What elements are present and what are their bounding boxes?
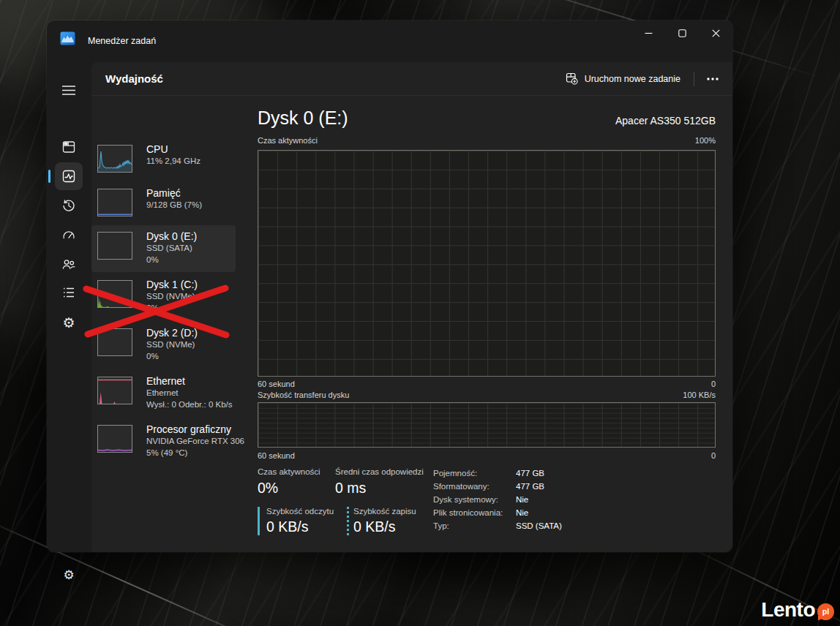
task-manager-logo-icon (60, 31, 75, 48)
write-speed-block: Szybkość zapisu 0 KB/s (347, 507, 805, 535)
perf-item-cpu[interactable]: CPU 11% 2,94 GHz (91, 138, 236, 179)
transfer-chart-ymax: 100 KB/s (683, 391, 716, 399)
activity-chart-label: Czas aktywności (258, 136, 318, 145)
transfer-chart-xright: 0 (711, 451, 716, 460)
activity-chart-xleft: 60 sekund (258, 380, 295, 388)
detail-value: SSD (SATA) (516, 519, 562, 532)
perf-item-title: Pamięć (146, 186, 245, 200)
perf-item-title: CPU (146, 143, 245, 156)
perf-item-subtitle: SSD (SATA) (146, 243, 245, 254)
disk0-mini-chart (97, 232, 132, 260)
sidebar-item-services[interactable]: ⚙ (55, 309, 83, 336)
memory-mini-chart (97, 189, 132, 216)
perf-item-gpu[interactable]: Procesor graficzny NVIDIA GeForce RTX 30… (91, 418, 236, 465)
sidebar-item-app-history[interactable] (55, 192, 83, 219)
ethernet-mini-chart (97, 377, 132, 404)
avg-response-value: 0 ms (335, 480, 424, 497)
perf-item-usage: Wysł.: 0 Odebr.: 0 Kb/s (146, 399, 245, 411)
disk-title: Dysk 0 (E:) (258, 108, 348, 129)
detail-row: Plik stronicowania: Nie (433, 506, 528, 519)
sidebar-item-performance[interactable] (55, 162, 83, 190)
detail-label: Sformatowany: (433, 480, 516, 493)
ellipsis-icon (707, 78, 719, 80)
perf-item-title: Dysk 2 (D:) (146, 326, 245, 339)
perf-item-subtitle: NVIDIA GeForce RTX 306 (146, 436, 245, 448)
perf-item-title: Dysk 1 (C:) (146, 278, 245, 291)
perf-item-usage: 0% (146, 303, 245, 314)
detail-label: Typ: (433, 519, 516, 532)
disk2-mini-chart (97, 328, 132, 356)
detail-row: Sformatowany: 477 GB (433, 480, 544, 493)
disk-device-name: Apacer AS350 512GB (615, 115, 716, 127)
gpu-mini-chart (97, 425, 132, 453)
perf-item-subtitle: SSD (NVMe) (146, 291, 245, 303)
header-divider (694, 72, 694, 86)
content-panel: Wydajność Uruchom nowe zadanie (91, 62, 732, 552)
detail-value: 477 GB (516, 480, 544, 493)
detail-value: Nie (516, 493, 528, 506)
lento-pl-badge: pl (817, 603, 834, 620)
write-speed-value: 0 KB/s (353, 518, 805, 535)
minimize-button[interactable] (631, 20, 665, 45)
disk-detail-panel: Dysk 0 (E:) Apacer AS350 512GB Czas akty… (258, 106, 716, 545)
transfer-chart-label: Szybkość transferu dysku (258, 391, 349, 399)
settings-button[interactable]: ⚙ (55, 561, 83, 589)
perf-item-title: Ethernet (146, 374, 245, 388)
close-button[interactable] (699, 20, 732, 45)
titlebar: Menedżer zadań (47, 20, 732, 61)
write-speed-label: Szybkość zapisu (353, 507, 805, 516)
perf-item-subtitle: SSD (NVMe) (146, 339, 245, 351)
lento-watermark: Lento pl (761, 598, 834, 622)
disk-activity-chart (258, 150, 716, 377)
sidebar-item-processes[interactable] (55, 133, 83, 161)
maximize-button[interactable] (665, 20, 699, 45)
more-options-button[interactable] (700, 69, 725, 88)
active-time-value: 0% (258, 480, 320, 497)
perf-item-disk0-selected[interactable]: Dysk 0 (E:) SSD (SATA) 0% (91, 225, 236, 272)
perf-item-usage: 0% (146, 254, 245, 266)
read-speed-block: Szybkość odczytu 0 KB/s (258, 507, 334, 535)
perf-item-disk1[interactable]: Dysk 1 (C:) SSD (NVMe) 0% (91, 274, 236, 320)
sidebar-item-details[interactable] (55, 279, 83, 306)
detail-value: 477 GB (516, 467, 544, 480)
new-task-icon (566, 72, 578, 85)
detail-row: Dysk systemowy: Nie (433, 493, 528, 506)
settings-gear-icon: ⚙ (63, 567, 74, 582)
perf-item-disk2[interactable]: Dysk 2 (D:) SSD (NVMe) 0% (91, 322, 236, 369)
window-title: Menedżer zadań (88, 36, 156, 46)
perf-item-memory[interactable]: Pamięć 9/128 GB (7%) (91, 182, 236, 223)
lento-brand-text: Lento (761, 598, 815, 622)
detail-label: Dysk systemowy: (433, 493, 516, 506)
performance-list: CPU 11% 2,94 GHz Pamięć 9/128 GB (7%) (91, 96, 258, 552)
perf-item-subtitle: 11% 2,94 GHz (146, 156, 245, 167)
detail-row: Pojemność: 477 GB (433, 467, 544, 480)
sidebar-nav: ⚙ ⚙ (47, 61, 91, 552)
run-new-task-label: Uruchom nowe zadanie (585, 74, 680, 84)
perf-item-subtitle: Ethernet (146, 388, 245, 399)
hamburger-menu-icon[interactable] (55, 76, 83, 104)
lento-tld-text: pl (817, 603, 834, 620)
perf-item-ethernet[interactable]: Ethernet Ethernet Wysł.: 0 Odebr.: 0 Kb/… (91, 370, 236, 417)
page-title: Wydajność (105, 72, 163, 85)
sidebar-item-users[interactable] (55, 250, 83, 278)
detail-row: Typ: SSD (SATA) (433, 519, 562, 532)
read-speed-value: 0 KB/s (266, 518, 334, 535)
sidebar-item-startup-apps[interactable] (55, 221, 83, 249)
transfer-chart-xleft: 60 sekund (258, 451, 295, 460)
services-gear-icon: ⚙ (62, 314, 75, 331)
perf-item-subtitle: 9/128 GB (7%) (146, 200, 245, 211)
detail-value: Nie (516, 506, 528, 519)
detail-label: Plik stronicowania: (433, 506, 516, 519)
screenshot-stage: Menedżer zadań (0, 0, 840, 626)
disk-stats: Czas aktywności 0% Średni czas odpowiedz… (258, 466, 716, 546)
read-speed-label: Szybkość odczytu (266, 507, 334, 516)
perf-item-title: Procesor graficzny (146, 423, 245, 436)
task-manager-window: Menedżer zadań (47, 20, 732, 552)
detail-label: Pojemność: (433, 467, 516, 480)
disk1-mini-chart (97, 280, 132, 308)
run-new-task-button[interactable]: Uruchom nowe zadanie (558, 68, 688, 89)
perf-item-title: Dysk 0 (E:) (146, 230, 245, 243)
page-header: Wydajność Uruchom nowe zadanie (91, 62, 732, 96)
activity-chart-ymax: 100% (695, 136, 716, 145)
disk-transfer-chart (258, 402, 716, 448)
